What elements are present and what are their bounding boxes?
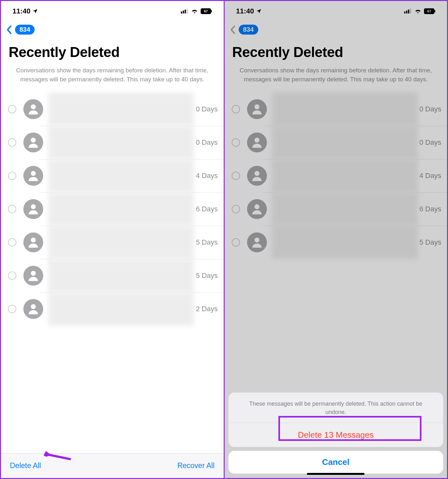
avatar-icon — [23, 266, 43, 286]
svg-point-10 — [31, 204, 36, 209]
select-radio[interactable] — [8, 172, 16, 180]
nav-bar: 834 — [1, 21, 224, 37]
cellular-signal-icon — [181, 7, 188, 15]
redacted-content — [48, 226, 194, 259]
select-radio[interactable] — [8, 205, 16, 213]
days-remaining: 0 Days — [194, 105, 218, 113]
svg-text:67: 67 — [204, 9, 208, 13]
svg-point-12 — [31, 271, 36, 276]
svg-rect-1 — [183, 11, 184, 13]
redacted-content — [48, 159, 194, 192]
left-screenshot: 11:40 67 834 R — [1, 1, 224, 478]
avatar-icon — [23, 133, 43, 152]
list-item[interactable]: 0 Days — [1, 93, 224, 126]
status-bar: 11:40 67 — [1, 1, 224, 21]
list-item[interactable]: 5 Days — [1, 226, 224, 259]
select-radio[interactable] — [8, 305, 16, 313]
action-sheet: These messages will be permanently delet… — [228, 393, 444, 474]
days-remaining: 0 Days — [194, 138, 218, 147]
page-title: Recently Deleted — [1, 37, 224, 66]
bottom-toolbar: Delete All Recover All — [1, 453, 224, 478]
status-time: 11:40 — [12, 7, 30, 15]
delete-all-button[interactable]: Delete All — [10, 461, 41, 470]
page-subtitle: Conversations show the days remaining be… — [1, 66, 224, 93]
days-remaining: 6 Days — [194, 205, 218, 213]
conversation-list[interactable]: 0 Days0 Days4 Days6 Days5 Days5 Days2 Da… — [1, 93, 224, 453]
redacted-content — [48, 126, 194, 159]
days-remaining: 5 Days — [194, 238, 218, 247]
redacted-content — [48, 93, 194, 126]
list-item[interactable]: 0 Days — [1, 126, 224, 159]
redacted-content — [48, 292, 194, 326]
select-radio[interactable] — [8, 105, 16, 113]
unread-badge[interactable]: 834 — [15, 25, 35, 35]
list-item[interactable]: 6 Days — [1, 192, 224, 226]
redacted-content — [48, 259, 194, 292]
svg-point-13 — [31, 304, 36, 309]
action-sheet-message: These messages will be permanently delet… — [228, 393, 444, 423]
days-remaining: 5 Days — [194, 272, 218, 280]
days-remaining: 2 Days — [194, 305, 218, 313]
avatar-icon — [23, 166, 43, 186]
svg-rect-0 — [181, 12, 182, 13]
recover-all-button[interactable]: Recover All — [177, 461, 214, 470]
svg-rect-3 — [187, 9, 188, 13]
svg-point-8 — [31, 138, 36, 142]
svg-point-7 — [31, 104, 36, 109]
avatar-icon — [23, 232, 43, 252]
delete-messages-button[interactable]: Delete 13 Messages — [228, 423, 444, 447]
select-radio[interactable] — [8, 272, 16, 280]
select-radio[interactable] — [8, 138, 16, 147]
days-remaining: 4 Days — [194, 172, 218, 180]
svg-point-9 — [31, 171, 36, 176]
list-item[interactable]: 5 Days — [1, 259, 224, 292]
list-item[interactable]: 4 Days — [1, 159, 224, 192]
cancel-button[interactable]: Cancel — [228, 451, 444, 474]
redacted-content — [48, 192, 194, 226]
svg-rect-5 — [211, 10, 212, 12]
right-screenshot: 11:40 67 834 R — [224, 1, 447, 478]
back-chevron-icon[interactable] — [6, 25, 12, 34]
location-arrow-icon — [32, 8, 38, 14]
svg-point-11 — [31, 238, 36, 242]
battery-icon: 67 — [201, 8, 212, 14]
avatar-icon — [23, 99, 43, 119]
list-item[interactable]: 2 Days — [1, 292, 224, 326]
avatar-icon — [23, 299, 43, 319]
avatar-icon — [23, 199, 43, 219]
svg-rect-2 — [185, 10, 186, 13]
home-indicator[interactable] — [307, 473, 364, 475]
select-radio[interactable] — [8, 238, 16, 247]
wifi-icon — [191, 7, 198, 15]
